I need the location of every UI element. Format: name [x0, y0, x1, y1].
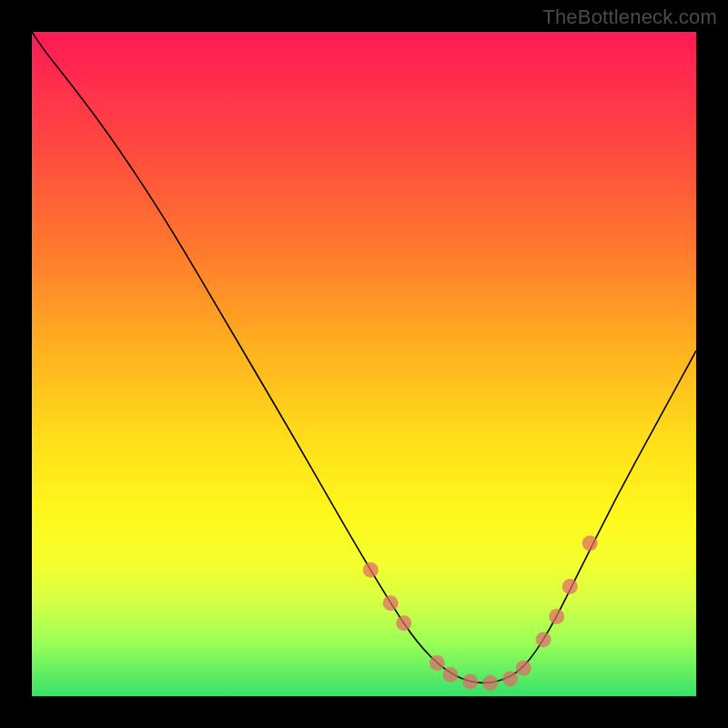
chart-frame: TheBottleneck.com — [0, 0, 728, 728]
highlight-dot — [430, 655, 445, 671]
highlight-dot — [363, 562, 379, 578]
highlight-dot — [562, 579, 578, 594]
highlight-dot — [502, 672, 518, 687]
highlight-dot — [536, 632, 551, 648]
watermark-text: TheBottleneck.com — [542, 5, 717, 29]
bottleneck-curve — [32, 32, 696, 682]
highlight-dot — [582, 536, 598, 551]
highlight-dot — [396, 615, 411, 631]
highlight-dot — [549, 609, 564, 624]
highlight-dot — [442, 667, 458, 682]
highlight-dot — [383, 595, 399, 611]
highlight-dot — [516, 661, 531, 676]
chart-svg — [32, 32, 696, 696]
highlight-dot — [482, 675, 498, 691]
highlight-dot — [462, 673, 478, 689]
plot-area — [32, 32, 696, 696]
